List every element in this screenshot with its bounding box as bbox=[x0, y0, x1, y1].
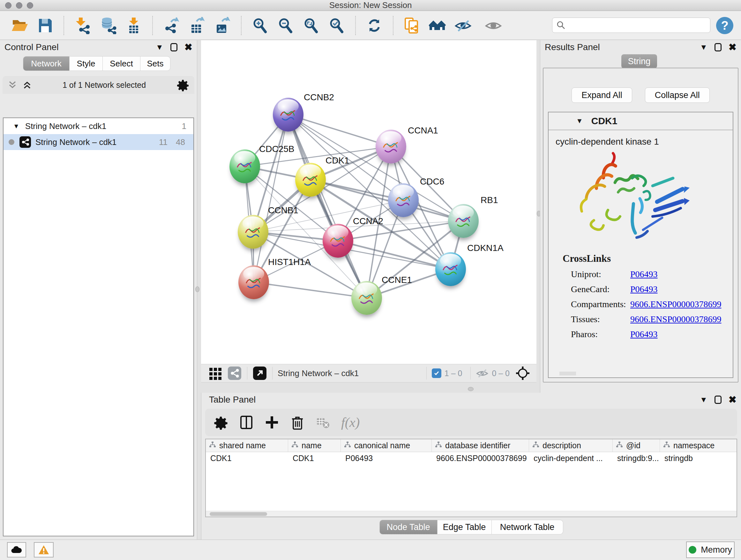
crosslink-link[interactable]: 9606.ENSP00000378699 bbox=[630, 299, 721, 309]
crosslink-link[interactable]: P06493 bbox=[630, 329, 658, 339]
table-row[interactable]: CDK1CDK1P064939606.ENSP00000378699cyclin… bbox=[206, 452, 737, 465]
tab-network[interactable]: Network bbox=[23, 56, 70, 71]
open-in-new-window-icon[interactable] bbox=[253, 366, 267, 381]
column-header-database-identifier[interactable]: database identifier bbox=[432, 439, 529, 452]
export-image-icon[interactable] bbox=[214, 17, 231, 34]
float-panel-icon[interactable] bbox=[715, 43, 722, 51]
collapse-all-button[interactable]: Collapse All bbox=[645, 87, 710, 103]
table-horizontal-scrollbar[interactable] bbox=[206, 511, 737, 516]
expand-all-icon[interactable] bbox=[22, 80, 32, 90]
memory-button[interactable]: Memory bbox=[686, 542, 735, 558]
column-header-description[interactable]: description bbox=[529, 439, 613, 452]
column-header-name[interactable]: name bbox=[288, 439, 341, 452]
column-header-shared-name[interactable]: shared name bbox=[206, 439, 288, 452]
network-share-icon[interactable] bbox=[227, 366, 242, 381]
grid-view-icon[interactable] bbox=[208, 366, 223, 381]
close-panel-icon[interactable]: ✖ bbox=[185, 43, 192, 52]
gene-card-header[interactable]: ▼ CDK1 bbox=[549, 112, 733, 130]
crosslink-link[interactable]: P06493 bbox=[630, 284, 658, 294]
node-CDK1[interactable] bbox=[295, 163, 326, 197]
table-cell[interactable]: CDK1 bbox=[206, 452, 288, 465]
refresh-icon[interactable] bbox=[366, 17, 383, 34]
add-column-icon[interactable] bbox=[265, 415, 279, 430]
tab-edge-table[interactable]: Edge Table bbox=[437, 520, 492, 535]
node-CDC25B[interactable] bbox=[229, 149, 260, 183]
collapse-panel-icon[interactable]: ▼ bbox=[156, 43, 163, 52]
table-cell[interactable]: CDK1 bbox=[288, 452, 341, 465]
column-header-canonical-name[interactable]: canonical name bbox=[341, 439, 432, 452]
gear-icon[interactable] bbox=[177, 78, 189, 91]
network-edge[interactable] bbox=[288, 115, 391, 146]
close-panel-icon[interactable]: ✖ bbox=[729, 43, 737, 52]
collapse-all-icon[interactable] bbox=[8, 80, 17, 90]
cloud-button[interactable] bbox=[7, 542, 26, 557]
float-panel-icon[interactable] bbox=[715, 395, 722, 404]
table-cell[interactable]: P06493 bbox=[341, 452, 432, 465]
node-HIST1H1A[interactable] bbox=[239, 265, 269, 299]
node-CDC6[interactable] bbox=[388, 183, 419, 217]
tab-network-table[interactable]: Network Table bbox=[492, 520, 563, 535]
open-session-icon[interactable] bbox=[11, 17, 28, 34]
search-field[interactable] bbox=[552, 17, 711, 33]
save-session-icon[interactable] bbox=[37, 17, 54, 34]
column-header-namespace[interactable]: namespace bbox=[660, 439, 737, 452]
network-view[interactable]: CCNB2CCNA1CDC25BCDK1CDC6RB1CCNB1CCNA2CDK… bbox=[201, 40, 536, 364]
node-CCNB1[interactable] bbox=[238, 215, 268, 249]
node-CCNA2[interactable] bbox=[323, 224, 353, 258]
zoom-in-icon[interactable] bbox=[252, 17, 269, 34]
delete-column-trash-icon[interactable] bbox=[290, 415, 305, 430]
zoom-out-icon[interactable] bbox=[277, 17, 294, 34]
selected-nodes-checkbox[interactable] bbox=[432, 368, 441, 378]
export-network-icon[interactable] bbox=[163, 17, 180, 34]
tab-style[interactable]: Style bbox=[70, 56, 103, 71]
node-CDKN1A[interactable] bbox=[435, 252, 466, 286]
show-columns-icon[interactable] bbox=[239, 415, 254, 430]
warning-button[interactable] bbox=[34, 542, 54, 557]
zoom-fit-icon[interactable] bbox=[302, 17, 320, 34]
node-RB1[interactable] bbox=[448, 204, 479, 238]
horizontal-splitter-handle[interactable] bbox=[468, 387, 474, 391]
crosslink-row: Uniprot:P06493 bbox=[549, 269, 733, 279]
tab-string[interactable]: String bbox=[621, 54, 657, 68]
tab-sets[interactable]: Sets bbox=[140, 56, 171, 71]
collapse-panel-icon[interactable]: ▼ bbox=[700, 43, 708, 52]
import-network-icon[interactable] bbox=[74, 17, 91, 34]
network-edge[interactable] bbox=[254, 282, 367, 298]
tree-row[interactable]: ▼String Network – cdk11 bbox=[3, 118, 193, 134]
left-splitter-handle[interactable] bbox=[195, 287, 199, 292]
export-table-icon[interactable] bbox=[188, 17, 205, 34]
search-input[interactable] bbox=[569, 20, 703, 30]
crosslink-link[interactable]: 9606.ENSP00000378699 bbox=[630, 314, 721, 324]
clone-network-icon[interactable] bbox=[403, 17, 421, 34]
show-all-eye-icon[interactable] bbox=[485, 17, 502, 34]
table-settings-gear-icon[interactable] bbox=[213, 415, 228, 430]
scrollbar-thumb[interactable] bbox=[210, 512, 267, 516]
import-network-from-database-icon[interactable] bbox=[99, 17, 117, 34]
column-header--id[interactable]: @id bbox=[613, 439, 660, 452]
table-cell[interactable]: stringdb:9... bbox=[613, 452, 660, 465]
chevron-down-icon[interactable]: ▼ bbox=[576, 117, 583, 125]
tree-row[interactable]: String Network – cdk11148 bbox=[3, 134, 193, 150]
tab-node-table[interactable]: Node Table bbox=[380, 520, 437, 535]
table-cell[interactable]: 9606.ENSP00000378699 bbox=[432, 452, 529, 465]
tab-select[interactable]: Select bbox=[103, 56, 140, 71]
node-CCNA1[interactable] bbox=[376, 130, 406, 164]
float-panel-icon[interactable] bbox=[171, 43, 178, 51]
close-panel-icon[interactable]: ✖ bbox=[729, 395, 737, 405]
node-CCNB2[interactable] bbox=[273, 98, 304, 132]
node-CCNE1[interactable] bbox=[351, 281, 382, 315]
tree-expander-icon[interactable]: ▼ bbox=[13, 123, 19, 130]
results-scrollbar-thumb[interactable] bbox=[559, 372, 576, 375]
expand-all-button[interactable]: Expand All bbox=[571, 87, 632, 103]
hide-selected-eye-icon[interactable] bbox=[455, 17, 472, 34]
table-cell[interactable]: stringdb bbox=[660, 452, 737, 465]
crosslink-link[interactable]: P06493 bbox=[630, 269, 658, 279]
collapse-panel-icon[interactable]: ▼ bbox=[700, 395, 708, 404]
network-edge[interactable] bbox=[288, 115, 367, 298]
home-icon[interactable] bbox=[429, 17, 446, 34]
birds-eye-view-icon[interactable] bbox=[515, 366, 530, 381]
import-table-icon[interactable] bbox=[125, 17, 142, 34]
zoom-selected-icon[interactable] bbox=[328, 17, 345, 34]
help-button[interactable]: ? bbox=[716, 17, 733, 34]
table-cell[interactable]: cyclin-dependent ... bbox=[529, 452, 613, 465]
